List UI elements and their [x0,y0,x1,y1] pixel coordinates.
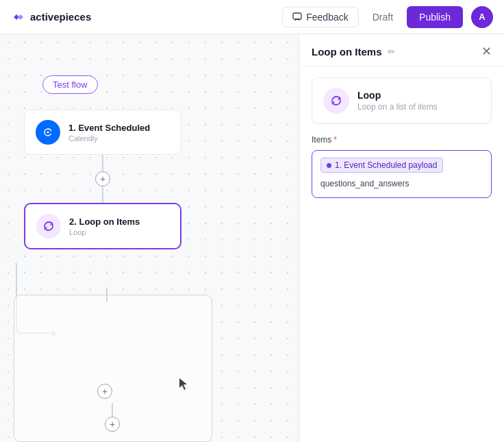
node-2-subtitle: Loop [69,228,140,236]
node-event-scheduled[interactable]: 1. Event Scheduled Calendly [24,110,181,155]
test-flow-button[interactable]: Test flow [42,75,98,94]
svg-rect-0 [293,13,301,19]
main: Test flow 1. Event Scheduled Calendly [0,34,504,442]
close-icon[interactable]: ✕ [481,45,492,58]
loop-card-info: Loop Loop on a list of items [357,90,438,112]
tag-dot [327,163,331,168]
items-label: Items * [312,135,492,145]
loop-card-title: Loop [357,90,438,101]
panel-title-row: Loop on Items ✏ [312,46,395,58]
loop-inner-add-button[interactable]: + [97,384,112,399]
connector-2 [102,186,103,203]
loop-back-vertical [16,263,17,297]
draft-status: Draft [367,12,399,23]
add-between-button[interactable]: + [95,171,110,186]
loop-card-icon [323,88,349,114]
feedback-button[interactable]: Feedback [282,7,358,27]
publish-button[interactable]: Publish [407,6,463,28]
loop-card: Loop Loop on a list of items [312,77,492,124]
loop-card-subtitle: Loop on a list of items [357,102,438,112]
right-panel: Loop on Items ✏ ✕ Loop Loop on a list of… [299,34,504,442]
loop-down-arrow [106,288,108,302]
calendly-icon [36,120,60,145]
header-right: Feedback Draft Publish A [282,6,493,28]
node-1-info: 1. Event Scheduled Calendly [68,123,150,143]
avatar[interactable]: A [471,6,493,28]
feedback-icon [292,12,302,22]
node-loop-on-items[interactable]: 2. Loop on Items Loop [24,203,181,249]
svg-point-2 [47,132,49,134]
logo: activepieces [11,10,91,25]
header: activepieces Feedback Draft Publish A [0,0,504,34]
edit-icon[interactable]: ✏ [388,47,395,57]
bottom-connector [112,403,113,417]
logo-text: activepieces [30,11,91,23]
tag-plain-text: questions_and_answers [320,179,409,188]
tag-event-scheduled[interactable]: 1. Event Scheduled payload [320,158,443,173]
node-1-title: 1. Event Scheduled [68,123,150,133]
panel-title: Loop on Items [312,46,382,58]
panel-header: Loop on Items ✏ ✕ [299,34,504,66]
connector-1 [102,155,103,171]
tag-label: 1. Event Scheduled payload [335,160,437,170]
bottom-add-button[interactable]: + [105,417,120,432]
logo-icon [11,10,26,25]
header-left: activepieces [11,10,91,25]
required-star: * [333,135,337,145]
items-field[interactable]: 1. Event Scheduled payload questions_and… [312,150,492,198]
node-1-subtitle: Calendly [68,134,150,143]
flow-container: 1. Event Scheduled Calendly + [14,103,192,249]
items-section: Items * 1. Event Scheduled payload quest… [299,135,504,198]
node-2-info: 2. Loop on Items Loop [69,217,140,236]
node-2-title: 2. Loop on Items [69,217,140,227]
loop-icon-canvas [36,214,61,238]
canvas[interactable]: Test flow 1. Event Scheduled Calendly [0,34,299,442]
